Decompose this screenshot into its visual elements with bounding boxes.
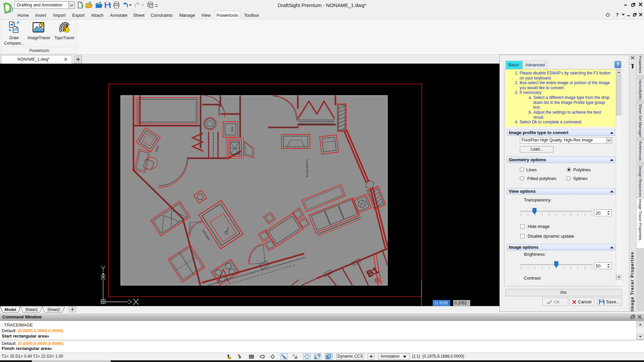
svg-text:E: E	[293, 354, 295, 357]
svg-text:LAUNDRY: LAUNDRY	[218, 105, 221, 117]
svg-text:Model: Model	[5, 307, 16, 312]
svg-text:?: ?	[616, 12, 619, 17]
svg-text:Sheet1: Sheet1	[25, 307, 38, 312]
svg-text:E: E	[281, 354, 283, 357]
svg-text:Sheet2: Sheet2	[47, 307, 60, 312]
svg-text:W/D: W/D	[231, 127, 234, 132]
svg-text:LIVING ROOM: LIVING ROOM	[306, 159, 309, 177]
